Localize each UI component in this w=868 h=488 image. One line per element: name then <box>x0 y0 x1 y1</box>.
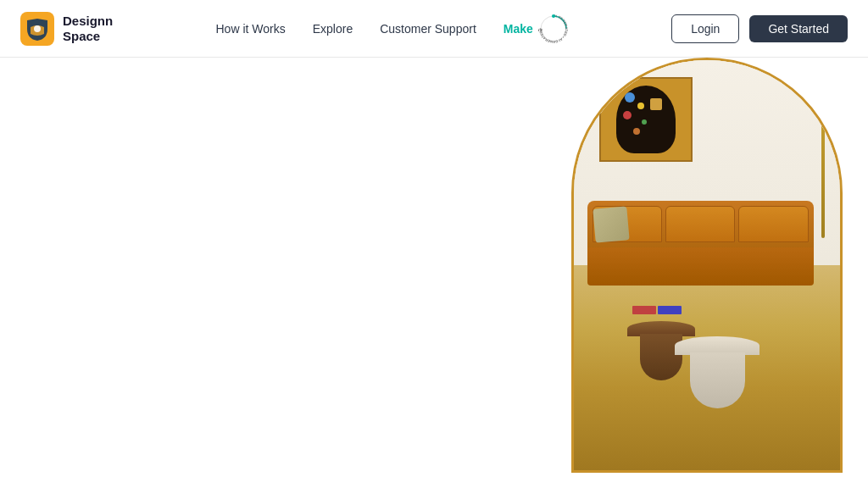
floor-lamp <box>815 86 832 238</box>
nav-how-it-works[interactable]: How it Works <box>216 22 286 36</box>
logo-icon <box>20 12 54 46</box>
main-content <box>0 58 868 488</box>
room-image-container <box>563 58 868 488</box>
main-nav: How it Works Explore Customer Support Ma… <box>216 14 569 44</box>
books <box>632 306 682 314</box>
svg-text:AI GENERATED • AI GENERATED •: AI GENERATED • AI GENERATED • <box>538 14 569 44</box>
wall-artwork <box>599 77 693 162</box>
logo[interactable]: Designn Space <box>20 12 113 46</box>
logo-text: Designn Space <box>63 14 113 44</box>
nav-explore[interactable]: Explore <box>313 22 353 36</box>
nav-customer-support[interactable]: Customer Support <box>380 22 476 36</box>
svg-point-5 <box>552 14 555 18</box>
coffee-table-right <box>675 336 760 408</box>
svg-point-1 <box>34 25 41 32</box>
ai-generated-spinner: AI GENERATED • AI GENERATED • AI GENERAT… <box>538 14 569 44</box>
room-image <box>574 60 840 470</box>
login-button[interactable]: Login <box>671 14 739 43</box>
nav-make[interactable]: Make AI GENERATED • AI GENERATED • AI GE… <box>504 14 569 44</box>
hero-content <box>0 58 475 488</box>
arch-frame <box>571 58 843 473</box>
header-actions: Login Get Started <box>671 14 848 43</box>
svg-text:AI GENERATED: AI GENERATED <box>538 14 542 32</box>
get-started-button[interactable]: Get Started <box>749 15 848 42</box>
sofa <box>587 201 814 286</box>
